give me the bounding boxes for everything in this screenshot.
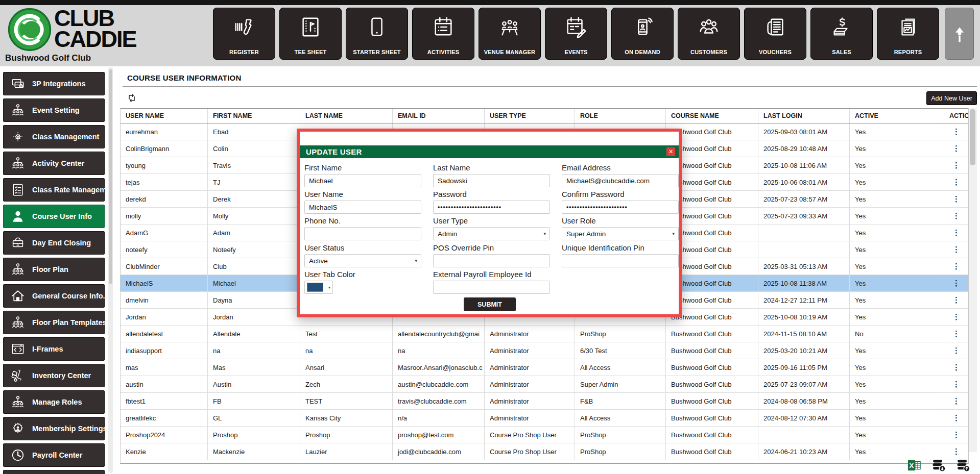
field-input-user-status[interactable]: Active▾ [304, 254, 421, 267]
field-input-email-address[interactable]: MichaelS@clubcaddie.com [562, 174, 679, 187]
row-actions-kebab-icon[interactable]: ⋮ [944, 410, 968, 426]
field-input-first-name[interactable]: Michael [304, 174, 421, 187]
toolbar-button-venue-manager[interactable]: VENUE MANAGER [479, 8, 541, 60]
row-actions-kebab-icon[interactable]: ⋮ [944, 224, 968, 241]
column-header-role[interactable]: ROLE [575, 109, 666, 123]
toolbar-button-label: EVENTS [545, 49, 607, 55]
column-header-user-type[interactable]: USER TYPE [485, 109, 575, 123]
sidebar-item-3p-integrations[interactable]: 3P Integrations [3, 72, 105, 95]
sidebar-item-payroll-center[interactable]: Payroll Center [3, 443, 105, 467]
table-scrollbar-thumb[interactable] [970, 109, 975, 165]
toolbar-button-on-demand[interactable]: ON DEMAND [611, 8, 674, 60]
sidebar-item-inventory-center[interactable]: Inventory Center [3, 364, 105, 387]
row-actions-kebab-icon[interactable]: ⋮ [944, 191, 968, 207]
table-row-greatlifekc[interactable]: greatlifekcGLKansas Cityn/aAdministrator… [121, 410, 968, 427]
close-icon[interactable]: ✕ [666, 147, 675, 156]
table-row-austin[interactable]: austinAustinZechaustin@clubcaddie.comAdm… [121, 376, 968, 393]
row-actions-kebab-icon[interactable]: ⋮ [944, 140, 968, 157]
dropdown-caret-icon: ▾ [543, 231, 546, 236]
field-input-user-role[interactable]: Super Admin▾ [562, 227, 679, 240]
row-actions-kebab-icon[interactable]: ⋮ [944, 174, 968, 190]
field-input-password[interactable]: •••••••••••••••••••••••• [433, 201, 550, 214]
row-actions-kebab-icon[interactable]: ⋮ [944, 309, 968, 325]
field-input-user-type[interactable]: Admin▾ [433, 227, 550, 240]
cell-active: Yes [850, 123, 944, 140]
submit-button[interactable]: SUBMIT [464, 297, 516, 311]
database-download-icon[interactable] [931, 458, 946, 472]
table-row-indiasupport[interactable]: indiasupportnananaAdministrator6/30 Test… [121, 342, 968, 359]
field-input-phone-no[interactable] [304, 227, 421, 240]
column-header-email-id[interactable]: EMAIL ID [393, 109, 485, 123]
sidebar-item-class-rate-management[interactable]: Class Rate Management [3, 178, 105, 202]
sidebar-item-event-setting[interactable]: Event Setting [3, 98, 105, 122]
cell-last-login: 2025-09-03 08:01 AM [758, 123, 850, 140]
row-actions-kebab-icon[interactable]: ⋮ [944, 376, 968, 392]
excel-export-icon[interactable]: X [907, 458, 921, 472]
row-actions-kebab-icon[interactable]: ⋮ [944, 157, 968, 173]
row-actions-kebab-icon[interactable]: ⋮ [944, 393, 968, 409]
sidebar-item-membership-settings[interactable]: Membership Settings [3, 417, 105, 440]
toolbar-button-register[interactable]: REGISTER [213, 8, 275, 60]
row-actions-kebab-icon[interactable]: ⋮ [944, 326, 968, 342]
toolbar-button-activities[interactable]: ACTIVITIES [412, 8, 474, 60]
row-actions-kebab-icon[interactable]: ⋮ [944, 258, 968, 275]
sidebar-item-day-end-closing[interactable]: Day End Closing [3, 231, 105, 255]
field-pos-override-pin: POS Override Pin [433, 243, 550, 267]
column-header-active[interactable]: ACTIVE [850, 109, 944, 123]
row-actions-kebab-icon[interactable]: ⋮ [944, 241, 968, 258]
sidebar-item-activity-center[interactable]: Activity Center [3, 152, 105, 175]
add-new-user-button[interactable]: Add New User [926, 91, 977, 105]
sidebar-item-partial[interactable] [3, 470, 105, 474]
table-row-mas[interactable]: masMasAnsariMasroor.Ansari@jonasclub.cAd… [121, 359, 968, 376]
row-actions-kebab-icon[interactable]: ⋮ [944, 275, 968, 291]
cell-email-id: Masroor.Ansari@jonasclub.c [393, 359, 485, 376]
field-input-external-payroll-employee-id[interactable] [433, 281, 550, 294]
toolbar-button-tee-sheet[interactable]: TEE SHEET [279, 8, 342, 60]
sidebar-scrollbar-thumb[interactable] [109, 69, 112, 284]
row-actions-kebab-icon[interactable]: ⋮ [944, 443, 968, 460]
database-upload-icon[interactable] [956, 458, 970, 472]
column-header-user-name[interactable]: USER NAME [121, 109, 208, 123]
cell-first-name: Austin [208, 376, 300, 392]
row-actions-kebab-icon[interactable]: ⋮ [944, 292, 968, 308]
field-input-last-name[interactable]: Sadowski [433, 174, 550, 187]
row-actions-kebab-icon[interactable]: ⋮ [944, 208, 968, 224]
column-header-action[interactable]: ACTION [944, 109, 968, 123]
sidebar-item-course-user-info[interactable]: Course User Info [3, 205, 105, 228]
table-row-fbtest1[interactable]: fbtest1FBTESTtravis@clubcaddie.comAdmini… [121, 393, 968, 410]
toolbar-button-starter-sheet[interactable]: STARTER SHEET [346, 8, 408, 60]
table-row-allendaletest[interactable]: allendaletestAllendaleTestallendalecount… [121, 326, 968, 342]
sidebar-item-manage-roles[interactable]: Manage Roles [3, 390, 105, 414]
column-header-first-name[interactable]: FIRST NAME [208, 109, 300, 123]
table-row-kenzie[interactable]: KenzieMackenzieLauzierjodi@clubcaddie.co… [121, 443, 968, 460]
sidebar-item-floor-plan[interactable]: Floor Plan [3, 258, 105, 281]
row-actions-kebab-icon[interactable]: ⋮ [944, 123, 968, 140]
field-input-pos-override-pin[interactable] [433, 254, 550, 267]
field-input-unique-identification-pin[interactable] [562, 254, 679, 267]
sidebar-item-general-course-info[interactable]: General Course Info. [3, 284, 105, 308]
row-actions-kebab-icon[interactable]: ⋮ [944, 342, 968, 359]
row-actions-kebab-icon[interactable]: ⋮ [944, 427, 968, 443]
sidebar-item-class-management[interactable]: Class Management [3, 125, 105, 148]
column-header-course-name[interactable]: COURSE NAME [666, 109, 758, 123]
toolbar-button-sales[interactable]: SALES [810, 8, 873, 60]
column-header-last-login[interactable]: LAST LOGIN [758, 109, 850, 123]
cell-active: Yes [850, 224, 944, 241]
field-value: Sadowski [438, 177, 467, 185]
sidebar-item-i-frames[interactable]: I-Frames [3, 337, 105, 361]
toolbar-scroll-up-button[interactable] [945, 8, 974, 60]
modal-title-bar: UPDATE USER [300, 145, 679, 158]
column-header-last-name[interactable]: LAST NAME [300, 109, 393, 123]
toolbar-button-events[interactable]: EVENTS [545, 8, 607, 60]
sidebar-item-label: 3P Integrations [32, 80, 85, 88]
toolbar-button-customers[interactable]: CUSTOMERS [678, 8, 740, 60]
table-row-proshop2024[interactable]: Proshop2024ProshopProshopproshop@test.co… [121, 427, 968, 443]
field-input-user-tab-color[interactable]: ▾ [304, 281, 333, 294]
refresh-icon[interactable] [126, 92, 138, 104]
field-input-confirm-password[interactable]: ••••••••••••••••••••••• [562, 201, 679, 214]
row-actions-kebab-icon[interactable]: ⋮ [944, 359, 968, 376]
toolbar-button-vouchers[interactable]: VOUCHERS [744, 8, 806, 60]
sidebar-item-floor-plan-templates[interactable]: Floor Plan Templates [3, 311, 105, 334]
field-input-user-name[interactable]: MichaelS [304, 201, 421, 214]
toolbar-button-reports[interactable]: REPORTS [877, 8, 939, 60]
